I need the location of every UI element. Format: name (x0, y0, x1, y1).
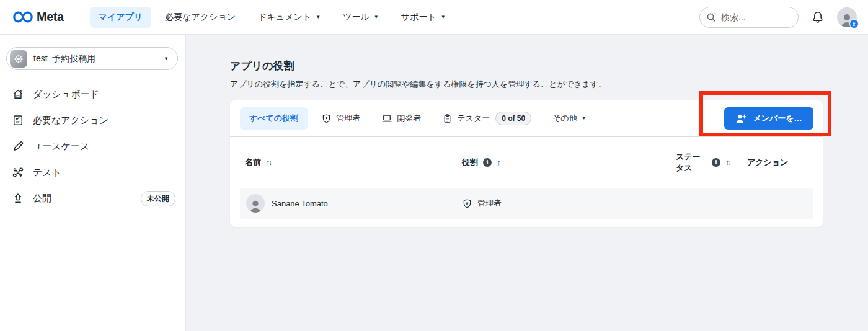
sidebar-item-use-cases[interactable]: ユースケース (0, 133, 185, 159)
tab-testers[interactable]: テスター 0 of 50 (435, 106, 539, 131)
tab-developers[interactable]: 開発者 (374, 107, 428, 130)
member-name: Sanane Tomato (272, 199, 328, 208)
sort-up-icon[interactable]: ↑ (497, 157, 501, 167)
roles-card: すべての役割 管理者 開発者 (230, 100, 823, 227)
chevron-down-icon: ▼ (441, 15, 446, 20)
sidebar-item-label: 必要なアクション (33, 115, 108, 126)
column-header-name: 名前 ↑↓ (245, 157, 462, 168)
add-member-label: メンバーを… (753, 113, 802, 124)
sidebar-item-label: テスト (33, 167, 61, 179)
meta-infinity-icon (12, 10, 33, 24)
tab-label: テスター (457, 113, 490, 124)
column-label: 役割 (462, 157, 478, 168)
chevron-down-icon: ▼ (582, 116, 587, 121)
pencil-icon (11, 140, 25, 152)
chevron-down-icon: ▼ (374, 15, 379, 20)
shield-star-icon (321, 113, 332, 124)
sort-icon[interactable]: ↑↓ (266, 158, 271, 167)
publish-icon (11, 192, 25, 205)
sidebar-item-label: 公開 (33, 193, 51, 205)
nav-item-label: マイアプリ (99, 12, 143, 23)
shield-star-icon (462, 198, 472, 209)
sidebar: test_予約投稿用 ▼ ダッシュボード 必 (0, 35, 186, 331)
sidebar-item-testing[interactable]: テスト (0, 159, 185, 185)
meta-brand-text: Meta (37, 10, 64, 24)
member-name-cell: Sanane Tomato (246, 194, 462, 213)
nav-item-label: ツール (343, 12, 370, 23)
page-description: アプリの役割を指定することで、アプリの閲覧や編集をする権限を持つ人を管理すること… (230, 79, 868, 90)
tab-label: 管理者 (336, 113, 360, 124)
main-content: アプリの役割 アプリの役割を指定することで、アプリの閲覧や編集をする権限を持つ人… (186, 35, 868, 331)
tab-administrators[interactable]: 管理者 (314, 107, 368, 130)
tab-all-roles[interactable]: すべての役割 (240, 107, 308, 130)
meta-logo[interactable]: Meta (12, 10, 64, 24)
nav-item-label: 必要なアクション (165, 12, 236, 23)
chevron-down-icon: ▼ (164, 56, 169, 61)
info-icon[interactable]: i (483, 158, 492, 167)
column-header-status: ステータス i ↑↓ (676, 151, 747, 173)
nav-item-required-actions[interactable]: 必要なアクション (156, 7, 244, 28)
column-label: 名前 (245, 157, 261, 168)
laptop-icon (381, 113, 392, 124)
app-name: test_予約投稿用 (33, 53, 157, 64)
user-avatar[interactable]: f (837, 7, 857, 27)
tab-label: すべての役割 (249, 113, 298, 124)
clipboard-icon (442, 113, 453, 124)
app-selector-dropdown[interactable]: test_予約投稿用 ▼ (6, 47, 178, 70)
member-role: 管理者 (477, 198, 502, 209)
person-add-icon (735, 113, 747, 124)
top-navigation-bar: Meta マイアプリ 必要なアクション ドキュメント ▼ ツール ▼ サポート … (0, 0, 868, 35)
member-avatar (246, 194, 265, 213)
table-row[interactable]: Sanane Tomato 管理者 (240, 188, 813, 219)
sort-icon[interactable]: ↑↓ (725, 158, 730, 167)
sidebar-item-label: ユースケース (33, 141, 89, 152)
tester-count-badge: 0 of 50 (495, 112, 531, 125)
nav-item-tools[interactable]: ツール ▼ (334, 7, 388, 28)
nav-item-docs[interactable]: ドキュメント ▼ (249, 7, 329, 28)
sidebar-menu: ダッシュボード 必要なアクション ユースケース (0, 81, 185, 211)
column-header-role: 役割 i ↑ (462, 157, 676, 168)
column-label: アクション (747, 157, 789, 168)
add-member-button[interactable]: メンバーを… (724, 107, 813, 130)
tab-label: その他 (552, 113, 577, 124)
sidebar-item-label: ダッシュボード (33, 89, 99, 100)
nav-item-support[interactable]: サポート ▼ (392, 7, 454, 28)
nav-item-label: サポート (401, 12, 436, 23)
column-header-actions: アクション (747, 157, 789, 168)
search-input[interactable] (721, 12, 789, 22)
sidebar-item-publish[interactable]: 公開 未公開 (0, 185, 185, 211)
page-title: アプリの役割 (230, 59, 868, 73)
tab-other[interactable]: その他 ▼ (545, 107, 594, 130)
info-icon[interactable]: i (712, 158, 720, 167)
table-header-row: 名前 ↑↓ 役割 i ↑ ステータス i ↑↓ アクション (230, 137, 823, 188)
chevron-down-icon: ▼ (316, 15, 321, 20)
top-nav-items: マイアプリ 必要なアクション ドキュメント ▼ ツール ▼ サポート ▼ (90, 7, 454, 28)
search-icon (706, 12, 716, 22)
column-label: ステータス (676, 151, 707, 173)
nav-item-my-apps[interactable]: マイアプリ (90, 7, 152, 28)
facebook-badge-icon: f (849, 19, 859, 29)
top-nav-right: f (699, 7, 857, 28)
member-role-cell: 管理者 (462, 198, 502, 209)
notifications-bell-icon[interactable] (811, 11, 825, 24)
roles-tab-bar: すべての役割 管理者 開発者 (230, 100, 823, 137)
nav-item-label: ドキュメント (258, 12, 311, 23)
sidebar-item-required-actions[interactable]: 必要なアクション (0, 107, 185, 133)
home-icon (11, 88, 25, 100)
unpublished-status-badge: 未公開 (141, 191, 175, 206)
tools-icon (11, 166, 25, 179)
checklist-icon (11, 114, 25, 126)
sidebar-item-dashboard[interactable]: ダッシュボード (0, 81, 185, 107)
search-box[interactable] (699, 7, 799, 28)
tab-label: 開発者 (397, 113, 421, 124)
app-icon (10, 50, 27, 68)
